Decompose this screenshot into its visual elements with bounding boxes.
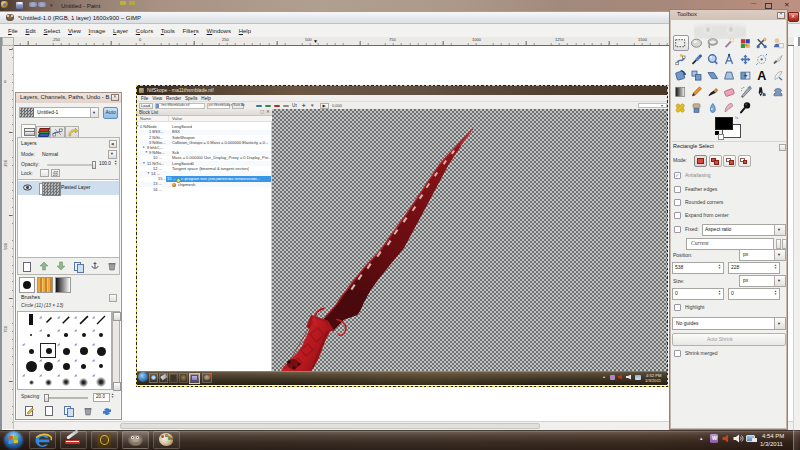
svg-text:A: A bbox=[757, 69, 766, 83]
